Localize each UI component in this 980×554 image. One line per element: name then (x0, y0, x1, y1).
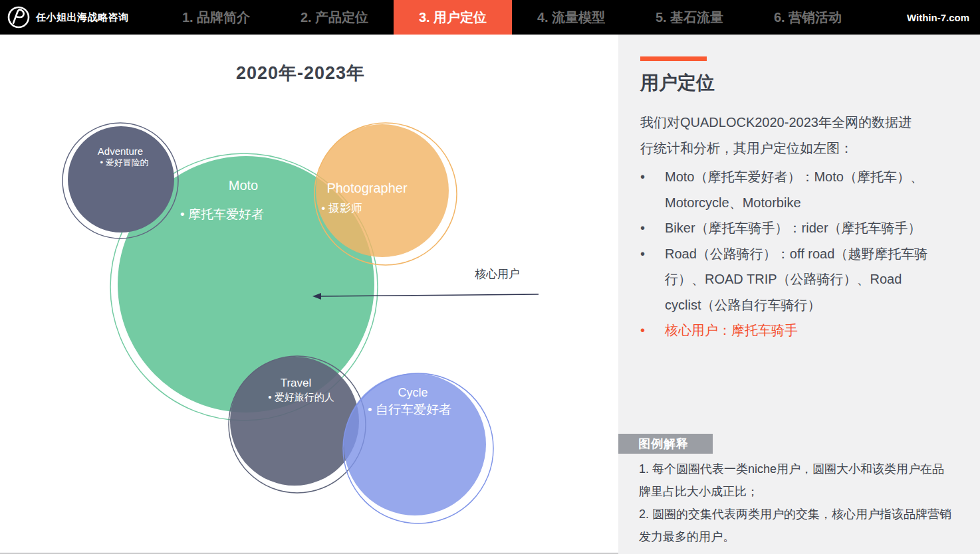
cycle-subtitle: • 自行车爱好者 (368, 403, 451, 416)
brand-name: 任小姐出海战略咨询 (36, 11, 129, 24)
brand-logo-icon (7, 5, 31, 29)
moto-title: Moto (229, 178, 258, 193)
bullet-line: Motorcycle、Motorbike (665, 190, 923, 216)
panel-heading: 用户定位 (640, 70, 963, 96)
nav-tabs: 1. 品牌简介 2. 产品定位 3. 用户定位 4. 流量模型 5. 基石流量 … (157, 0, 867, 35)
list-item-core-user: • 核心用户：摩托车骑手 (640, 318, 963, 343)
legend-line: 1. 每个圆圈代表一类niche用户，圆圈大小和该类用户在品 (639, 458, 969, 480)
intro-paragraph: 我们对QUADLOCK2020-2023年全网的数据进 行统计和分析，其用户定位… (640, 110, 963, 161)
intro-line: 行统计和分析，其用户定位如左图： (640, 136, 963, 161)
adventure-subtitle: • 爱好冒险的 (100, 157, 148, 167)
bubble-chart: Adventure • 爱好冒险的 Moto • 摩托车爱好者 Photogra… (0, 35, 618, 553)
bullet-line: cyclist（公路自行车骑行） (665, 292, 927, 318)
legend-line: 牌里占比大小成正比； (639, 480, 969, 503)
tab-marketing-activities[interactable]: 6. 营销活动 (749, 0, 867, 35)
legend-badge: 图例解释 (618, 434, 713, 454)
legend-text: 1. 每个圆圈代表一类niche用户，圆圈大小和该类用户在品 牌里占比大小成正比… (639, 458, 969, 548)
core-user-label: 核心用户 (475, 268, 520, 280)
bullet-marker: • (640, 215, 665, 241)
list-item-biker: • Biker（摩托车骑手）：rider（摩托车骑手） (640, 215, 963, 241)
bullet-marker: • (640, 318, 665, 343)
travel-subtitle: • 爱好旅行的人 (268, 391, 334, 403)
right-panel: 用户定位 我们对QUADLOCK2020-2023年全网的数据进 行统计和分析，… (618, 35, 980, 554)
bullet-line: 行）、ROAD TRIP（公路骑行）、Road (665, 266, 927, 292)
tab-user-positioning[interactable]: 3. 用户定位 (394, 0, 512, 35)
site-label: Within-7.com (867, 0, 980, 35)
photographer-subtitle: • 摄影师 (321, 202, 362, 215)
bullet-line: 核心用户：摩托车骑手 (665, 318, 798, 343)
adventure-title: Adventure (98, 145, 143, 157)
travel-title: Travel (281, 377, 312, 389)
brand: 任小姐出海战略咨询 (0, 0, 157, 35)
bullet-line: Moto（摩托车爱好者）：Moto（摩托车）、 (665, 164, 923, 190)
user-positioning-list: • Moto（摩托车爱好者）：Moto（摩托车）、 Motorcycle、Mot… (640, 164, 963, 343)
photographer-title: Photographer (326, 181, 408, 195)
adventure-circle (68, 126, 174, 232)
tab-brand-intro[interactable]: 1. 品牌简介 (157, 0, 275, 35)
cycle-title: Cycle (398, 386, 428, 399)
slide-canvas: 2020年-2023年 Adventure • 爱好冒险的 Moto • 摩托车… (0, 35, 618, 554)
accent-bar (640, 56, 707, 61)
bullet-line: Biker（摩托车骑手）：rider（摩托车骑手） (665, 215, 921, 241)
bullet-marker: • (640, 241, 665, 318)
tab-product-positioning[interactable]: 2. 产品定位 (275, 0, 394, 35)
intro-line: 我们对QUADLOCK2020-2023年全网的数据进 (640, 110, 963, 136)
moto-subtitle: • 摩托车爱好者 (180, 207, 264, 221)
bullet-marker: • (640, 164, 665, 215)
list-item-road: • Road（公路骑行）：off road（越野摩托车骑 行）、ROAD TRI… (640, 241, 963, 318)
tab-traffic-model[interactable]: 4. 流量模型 (512, 0, 630, 35)
legend-line: 发力最多的用户。 (639, 525, 969, 548)
top-navbar: 任小姐出海战略咨询 1. 品牌简介 2. 产品定位 3. 用户定位 4. 流量模… (0, 0, 980, 35)
list-item-moto: • Moto（摩托车爱好者）：Moto（摩托车）、 Motorcycle、Mot… (640, 164, 963, 215)
tab-cornerstone-traffic[interactable]: 5. 基石流量 (630, 0, 749, 35)
bullet-line: Road（公路骑行）：off road（越野摩托车骑 (665, 241, 927, 267)
legend-line: 2. 圆圈的交集代表两类用户的交集，核心用户指该品牌营销 (639, 503, 969, 525)
